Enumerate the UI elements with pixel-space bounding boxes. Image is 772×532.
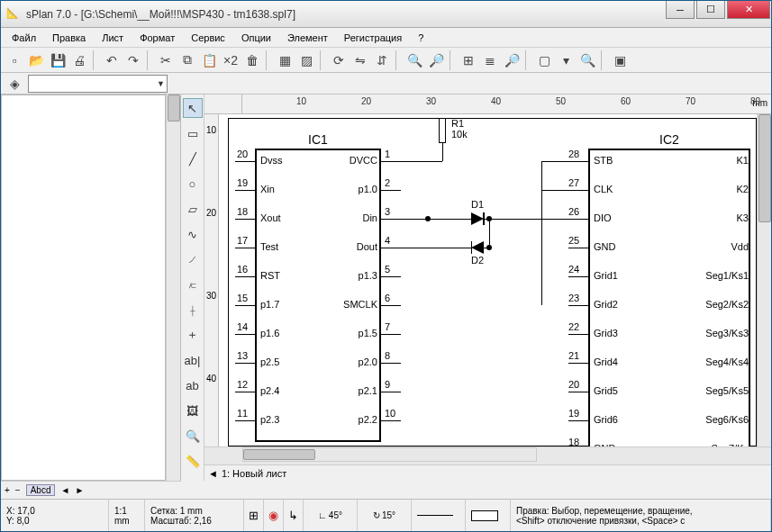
canvas-vscrollbar[interactable] [757, 114, 771, 446]
print-button[interactable]: 🖨 [69, 50, 89, 70]
zoom-out-button[interactable]: 🔎 [426, 50, 446, 70]
copy-button[interactable]: ⧉ [177, 50, 197, 70]
schematic-canvas[interactable]: IC1 MSP430g2553 20Dvss19Xin18Xout17Test1… [219, 114, 757, 446]
menu-format[interactable]: Формат [132, 31, 182, 45]
lib-prev[interactable]: ◄ [60, 485, 69, 495]
library-icon[interactable]: ◈ [5, 74, 24, 94]
ic1-pin-stub [235, 334, 255, 335]
layers-button[interactable]: ≣ [480, 50, 500, 70]
ic1-pin-stub [381, 363, 401, 364]
zoom-in-button[interactable]: 🔍 [404, 50, 424, 70]
grid-toggle[interactable]: ⊞ [244, 500, 264, 531]
menu-element[interactable]: Элемент [280, 31, 335, 45]
snap-button[interactable]: ⊞ [459, 50, 478, 70]
library-scrollbar[interactable] [166, 95, 180, 481]
ungroup-button[interactable]: ▨ [296, 50, 316, 70]
menu-options[interactable]: Опции [234, 31, 278, 45]
tool-zoom[interactable]: 🔍 [183, 426, 203, 446]
menu-service[interactable]: Сервис [184, 31, 232, 45]
tool-text-frame[interactable]: ab [183, 375, 203, 395]
rotate-button[interactable]: ⟳ [329, 50, 349, 70]
wire [489, 219, 490, 248]
tool-circle[interactable]: ○ [183, 174, 203, 194]
tool-spline[interactable]: ⟈ [183, 275, 203, 294]
angle-15[interactable]: ↻15° [358, 500, 412, 531]
mirror-v-button[interactable]: ⇵ [372, 50, 392, 70]
tool-cross[interactable]: ＋ [183, 325, 203, 345]
ruler-tick: 50 [556, 96, 566, 106]
home-button[interactable]: ▣ [610, 50, 630, 70]
lib-label-toggle[interactable]: Abcd [26, 484, 56, 496]
scrollbar-thumb[interactable] [168, 95, 180, 122]
lib-next[interactable]: ► [75, 485, 84, 495]
menu-help[interactable]: ? [411, 31, 431, 45]
r1-resistor[interactable] [439, 118, 446, 143]
arrow-button[interactable]: ▾ [556, 50, 576, 70]
ic2-pin-stub [568, 276, 588, 277]
tool-image[interactable]: 🖼 [183, 401, 203, 420]
ic1-pin-label: p2.2 [336, 414, 377, 425]
ic1-pin-label: p2.5 [260, 356, 279, 367]
ic1-pin-stub [235, 392, 255, 392]
tool-text[interactable]: ab| [183, 350, 203, 370]
sheet-nav-prev[interactable]: ◄ [208, 468, 218, 479]
ic2-right-label: Vdd [695, 241, 749, 252]
page-setup-button[interactable]: ▢ [534, 50, 554, 70]
ic1-pin-label: DVCC [336, 155, 377, 166]
lib-zoom-in[interactable]: + [5, 485, 10, 495]
ic1-pin-label: p1.0 [336, 184, 377, 194]
menu-edit[interactable]: Правка [45, 31, 93, 45]
tool-pointer[interactable]: ↖ [183, 98, 203, 118]
open-file-button[interactable]: 📂 [26, 50, 46, 70]
ruler-tick: 70 [686, 96, 695, 106]
library-list[interactable] [1, 95, 166, 481]
tool-arc[interactable]: ⟋ [183, 249, 203, 269]
tool-line[interactable]: ╱ [183, 149, 203, 168]
origin-toggle[interactable]: ↳ [284, 500, 304, 531]
close-button[interactable]: ✕ [727, 1, 770, 19]
ic1-pin-label: p1.5 [336, 328, 377, 338]
cut-button[interactable]: ✂ [156, 50, 176, 70]
scrollbar-thumb[interactable] [758, 114, 771, 222]
tool-polygon[interactable]: ▱ [183, 199, 203, 219]
undo-button[interactable]: ↶ [102, 50, 122, 70]
tool-dimension[interactable]: ⟊ [183, 300, 203, 320]
vertical-ruler[interactable]: 1020304050 [204, 114, 219, 446]
redo-button[interactable]: ↷ [123, 50, 143, 70]
canvas-hscrollbar[interactable] [242, 447, 537, 462]
group-button[interactable]: ▦ [275, 50, 295, 70]
menubar: Файл Правка Лист Формат Сервис Опции Эле… [1, 28, 771, 48]
r1-label: R1 [451, 118, 464, 129]
ic2-pin-stub [568, 392, 588, 392]
snap-toggle[interactable]: ◉ [264, 500, 284, 531]
library-combo[interactable]: ▼ [28, 75, 168, 93]
duplicate-button[interactable]: ×2 [221, 50, 241, 70]
new-file-button[interactable]: ▫ [5, 50, 24, 70]
ic1-pin-num: 5 [385, 264, 390, 275]
tool-rect[interactable]: ▭ [183, 123, 203, 143]
horizontal-ruler[interactable]: mm 1020304050607080 [242, 95, 771, 114]
ic1-pin-num: 7 [385, 321, 390, 332]
fill-style[interactable] [466, 500, 511, 531]
angle-45[interactable]: ∟45° [304, 500, 358, 531]
menu-file[interactable]: Файл [5, 31, 43, 45]
sheet-tab[interactable]: 1: Новый лист [222, 468, 286, 479]
find-button[interactable]: 🔎 [502, 50, 522, 70]
scrollbar-thumb[interactable] [243, 449, 315, 460]
mirror-h-button[interactable]: ⇋ [350, 50, 370, 70]
menu-sheet[interactable]: Лист [95, 31, 131, 45]
ic1-pin-stub [381, 276, 401, 277]
ic2-pin-stub [568, 190, 588, 191]
menu-registration[interactable]: Регистрация [337, 31, 409, 45]
minimize-button[interactable]: ─ [666, 1, 695, 19]
delete-button[interactable]: 🗑 [242, 50, 262, 70]
tool-measure[interactable]: 📏 [183, 451, 203, 471]
tool-bezier[interactable]: ∿ [183, 224, 203, 244]
line-style[interactable] [412, 500, 466, 531]
paste-button[interactable]: 📋 [199, 50, 219, 70]
maximize-button[interactable]: ☐ [696, 1, 725, 19]
zoom-fit-button[interactable]: 🔍 [577, 50, 597, 70]
save-file-button[interactable]: 💾 [48, 50, 68, 70]
ic1-pin-label: p2.0 [336, 356, 377, 367]
lib-zoom-out[interactable]: − [15, 485, 21, 495]
